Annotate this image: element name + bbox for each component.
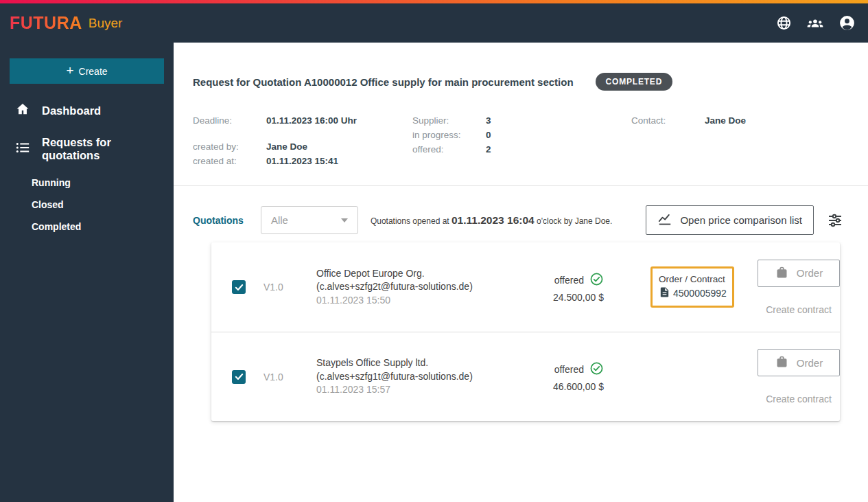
check-circle-icon: [589, 361, 604, 378]
quotations-opened-time: 01.11.2023 16:04: [451, 214, 535, 226]
plus-icon: +: [66, 64, 73, 77]
quotations-filter-dropdown[interactable]: Alle: [261, 206, 358, 234]
filter-tune-icon[interactable]: [827, 212, 843, 229]
deadline-label: Deadline:: [193, 115, 266, 126]
quotation-date: 01.11.2023 15:57: [316, 383, 526, 397]
offered-count: 2: [486, 144, 491, 155]
account-icon[interactable]: [838, 14, 856, 32]
supplier-info: Office Depot Europe Org. (c.alves+szfg2t…: [316, 267, 526, 308]
quotation-version: V1.0: [263, 372, 316, 383]
sidebar-nav: Dashboard Requests for quotations Runnin…: [0, 93, 174, 238]
quotation-price: 24.500,00 $: [526, 292, 604, 303]
supplier-email: (c.alves+szfg1t@futura-solutions.de): [316, 370, 526, 384]
sidebar-item-dashboard[interactable]: Dashboard: [0, 93, 174, 128]
sidebar-subnav: Running Closed Completed: [0, 170, 174, 238]
create-button-label: Create: [79, 66, 108, 77]
globe-icon[interactable]: [775, 14, 793, 32]
request-header: Request for Quotation A10000012 Office s…: [193, 43, 868, 91]
futura-logo: FUTURA: [10, 13, 82, 33]
supplier-name: Staypels Office Supply ltd.: [316, 356, 526, 370]
quotation-version: V1.0: [263, 282, 316, 293]
shopping-bag-icon: [775, 354, 789, 371]
topbar: FUTURA Buyer: [0, 3, 868, 43]
request-details: Deadline: 01.11.2023 16:00 Uhr created b…: [193, 115, 868, 170]
quotations-section-label: Quotations: [193, 215, 244, 226]
quotations-card: V1.0 Office Depot Europe Org. (c.alves+s…: [211, 242, 840, 421]
sidebar-item-completed[interactable]: Completed: [32, 216, 174, 238]
quotation-status: offered 46.600,00 $: [526, 361, 604, 392]
status-badge: COMPLETED: [596, 73, 673, 91]
sidebar-item-running[interactable]: Running: [32, 172, 174, 194]
contact-label: Contact:: [631, 115, 705, 126]
shopping-bag-icon: [775, 265, 789, 282]
check-circle-icon: [589, 272, 604, 288]
row-checkbox[interactable]: [232, 370, 246, 384]
quotation-row: V1.0 Staypels Office Supply ltd. (c.alve…: [211, 332, 840, 421]
row-checkbox[interactable]: [232, 280, 246, 294]
create-button[interactable]: + Create: [10, 58, 164, 84]
status-text: offered: [554, 275, 584, 286]
created-by-label: created by:: [193, 141, 266, 152]
deadline-value: 01.11.2023 16:00 Uhr: [266, 115, 357, 126]
quotations-toolbar: Quotations Alle Quotations opened at 01.…: [193, 186, 868, 235]
quotations-opened-text: Quotations opened at 01.11.2023 16:04 o'…: [371, 214, 612, 227]
open-price-comparison-button[interactable]: Open price comparison list: [646, 205, 814, 235]
create-contract-link[interactable]: Create contract: [766, 304, 832, 315]
quotation-status: offered 24.500,00 $: [526, 272, 604, 303]
sidebar: + Create Dashboard Requests for quotatio…: [0, 43, 174, 502]
supplier-name: Office Depot Europe Org.: [316, 267, 526, 281]
open-price-comparison-label: Open price comparison list: [680, 214, 802, 226]
contact-value: Jane Doe: [705, 115, 746, 126]
order-button-label: Order: [797, 267, 823, 279]
home-icon: [15, 102, 30, 119]
topbar-icons: [775, 14, 856, 32]
users-icon[interactable]: [806, 14, 824, 32]
created-by-value: Jane Doe: [266, 141, 307, 152]
quotation-date: 01.11.2023 15:50: [316, 294, 526, 308]
created-at-value: 01.11.2023 15:41: [266, 156, 338, 166]
sidebar-item-label: Requests for quotations: [42, 136, 159, 162]
status-text: offered: [554, 364, 584, 375]
document-icon: [659, 286, 670, 300]
order-button[interactable]: Order: [758, 349, 840, 376]
supplier-count: 3: [486, 115, 491, 126]
main-content: Request for Quotation A10000012 Office s…: [174, 43, 868, 502]
quotation-row: V1.0 Office Depot Europe Org. (c.alves+s…: [211, 242, 840, 332]
sidebar-item-label: Dashboard: [42, 104, 101, 117]
quotation-price: 46.600,00 $: [526, 381, 604, 392]
supplier-info: Staypels Office Supply ltd. (c.alves+szf…: [316, 356, 526, 397]
chevron-down-icon: [341, 218, 348, 223]
sidebar-item-closed[interactable]: Closed: [32, 194, 174, 216]
quotations-actions: Open price comparison list: [646, 205, 843, 235]
in-progress-count: 0: [486, 130, 491, 140]
order-number: 4500005992: [673, 288, 727, 299]
create-contract-link[interactable]: Create contract: [766, 393, 832, 404]
order-contract-label: Order / Contract: [659, 274, 726, 284]
offered-label: offered:: [412, 144, 486, 155]
created-at-label: created at:: [193, 156, 266, 166]
order-number-link[interactable]: 4500005992: [659, 286, 726, 300]
line-chart-icon: [657, 212, 672, 229]
supplier-email: (c.alves+szfg2t@futura-solutions.de): [316, 280, 526, 294]
order-button[interactable]: Order: [758, 260, 840, 287]
app-name: Buyer: [89, 16, 123, 31]
order-button-label: Order: [797, 357, 823, 369]
order-contract-highlight: Order / Contract 4500005992: [650, 266, 734, 308]
supplier-label: Supplier:: [412, 115, 486, 126]
dropdown-value: Alle: [271, 214, 288, 226]
list-icon: [15, 140, 30, 158]
in-progress-label: in progress:: [412, 130, 486, 140]
sidebar-item-requests[interactable]: Requests for quotations: [0, 128, 174, 170]
page-title: Request for Quotation A10000012 Office s…: [193, 76, 574, 88]
